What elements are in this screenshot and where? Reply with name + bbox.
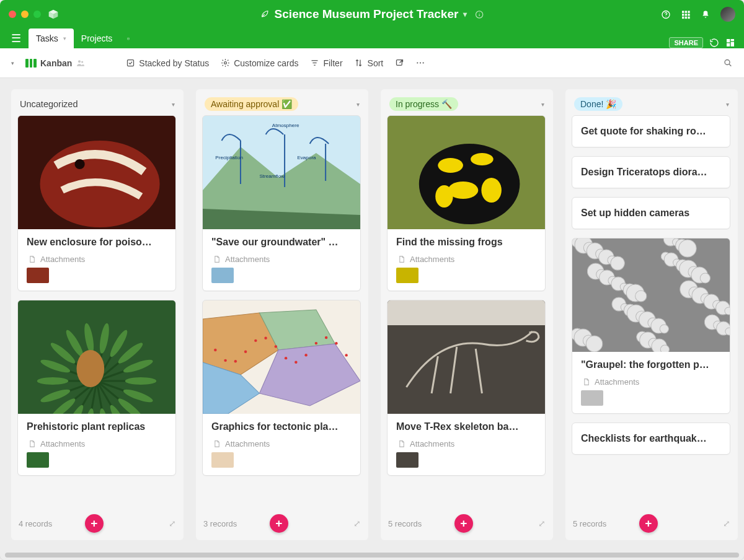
horizontal-scrollbar[interactable] [5,553,739,558]
svg-point-106 [438,158,463,173]
svg-point-168 [725,307,730,315]
chevron-down-icon[interactable]: ▾ [172,101,175,108]
sort-icon [354,58,364,68]
share-view-button[interactable] [394,58,404,68]
svg-point-34 [420,62,421,63]
attachment-thumbnail[interactable] [211,452,234,468]
column-header[interactable]: In progress 🔨 ▾ [387,93,547,115]
column-header[interactable]: Awaiting approval ✅ ▾ [202,93,362,115]
column-title: Awaiting approval ✅ [211,99,292,109]
fullscreen-window-button[interactable] [33,11,41,18]
project-title-dropdown[interactable]: Science Museum Project Tracker ▾ [260,7,485,21]
svg-point-169 [586,336,602,352]
info-icon[interactable] [474,9,484,19]
blocks-icon[interactable] [725,38,735,48]
menu-hamburger-button[interactable]: ☰ [9,28,24,48]
card-cover-image: AtmospherePrecipitationEvaporaStreamflow [203,116,360,229]
attachment-thumbnail[interactable] [211,268,234,283]
user-avatar[interactable] [720,7,735,22]
project-title: Science Museum Project Tracker [275,7,459,21]
expand-icon[interactable]: ⤢ [538,518,546,528]
stack-icon [125,58,135,68]
kanban-card[interactable]: Find the missing frogs Attachments [387,115,546,291]
kanban-card[interactable]: Set up hidden cameras [572,197,730,229]
tab-projects[interactable]: Projects [74,28,120,48]
add-card-button[interactable]: + [270,514,288,533]
svg-rect-23 [727,43,730,46]
column-scroll-area[interactable]: AtmospherePrecipitationEvaporaStreamflow… [202,115,362,513]
expand-icon[interactable]: ⤢ [353,518,361,528]
customize-cards-button[interactable]: Customize cards [220,58,298,68]
svg-point-98 [294,361,297,364]
kanban-card[interactable]: Checklists for earthquak… [572,422,730,455]
share-button[interactable]: SHARE [669,37,703,48]
svg-rect-22 [731,42,734,46]
kanban-card[interactable]: AtmospherePrecipitationEvaporaStreamflow… [202,115,361,291]
add-tab-button[interactable] [120,28,137,48]
attachments-label: Attachments [581,377,721,387]
chevron-down-icon[interactable]: ▾ [541,101,544,108]
attachment-thumbnail[interactable] [396,268,418,283]
minimize-window-button[interactable] [21,11,29,18]
svg-rect-20 [727,39,730,42]
sort-button[interactable]: Sort [354,58,384,68]
column-title: Uncategorized [20,99,78,109]
views-dropdown-caret[interactable]: ▾ [11,60,14,66]
kanban-card[interactable]: Design Triceratops diora… [572,156,730,188]
kanban-card[interactable]: "Graupel: the forgotten p… Attachments [572,238,730,414]
column-title: Done! 🎉 [580,99,616,109]
column-footer: 5 records + ⤢ [387,513,547,534]
stacked-by-button[interactable]: Stacked by Status [125,58,209,68]
customize-label: Customize cards [234,58,298,68]
add-card-button[interactable]: + [639,514,658,533]
history-icon[interactable] [709,38,719,48]
help-icon[interactable] [661,9,671,19]
apps-grid-icon[interactable] [681,9,691,19]
kanban-column: Done! 🎉 ▾ Get quote for shaking ro…Desig… [565,89,738,540]
tab-tasks[interactable]: Tasks ▾ [29,28,74,48]
svg-rect-8 [682,11,684,12]
kanban-card[interactable]: New enclosure for poiso… Attachments [17,115,176,291]
kanban-board[interactable]: Uncategorized ▾ New enclosure for poiso…… [0,78,744,551]
notifications-icon[interactable] [701,9,711,19]
attachment-thumbnail[interactable] [27,452,49,468]
view-switcher[interactable]: Kanban [25,58,86,68]
column-scroll-area[interactable]: New enclosure for poiso… Attachments Pre… [17,115,177,513]
attachment-thumbnail[interactable] [396,452,418,468]
svg-point-78 [76,350,104,387]
attachment-thumbnail[interactable] [581,390,603,406]
expand-icon[interactable]: ⤢ [723,518,730,528]
column-header[interactable]: Done! 🎉 ▾ [572,93,732,115]
column-scroll-area[interactable]: Find the missing frogs Attachments Move … [387,115,547,513]
svg-point-24 [78,60,81,63]
svg-point-103 [345,354,347,356]
add-card-button[interactable]: + [454,514,473,533]
search-button[interactable] [723,58,733,68]
attachment-thumbnail[interactable] [27,268,49,283]
column-header[interactable]: Uncategorized ▾ [17,93,177,115]
chevron-down-icon[interactable]: ▾ [356,101,360,108]
expand-icon[interactable]: ⤢ [169,518,176,528]
card-title: Find the missing frogs [396,237,536,248]
kanban-card[interactable]: Prehistoric plant replicas Attachments [17,300,176,476]
add-card-button[interactable]: + [85,514,104,533]
svg-point-101 [325,336,327,339]
svg-point-35 [423,62,424,63]
people-icon [76,58,86,68]
attachments-label: Attachments [27,439,167,448]
card-title: Get quote for shaking ro… [581,126,721,137]
svg-point-141 [725,328,730,335]
leaf-icon [260,9,270,19]
gear-icon [220,58,230,68]
chevron-down-icon: ▾ [63,35,66,42]
kanban-card[interactable]: Move T-Rex skeleton ba… Attachments [387,300,546,476]
more-menu-button[interactable] [415,58,425,68]
column-scroll-area[interactable]: Get quote for shaking ro…Design Tricerat… [572,115,732,513]
chevron-down-icon[interactable]: ▾ [726,101,729,108]
filter-button[interactable]: Filter [309,58,342,68]
kanban-card[interactable]: Graphics for tectonic pla… Attachments [202,300,361,476]
svg-point-173 [679,240,696,257]
close-window-button[interactable] [9,11,16,18]
filter-label: Filter [323,58,342,68]
kanban-card[interactable]: Get quote for shaking ro… [572,115,730,147]
